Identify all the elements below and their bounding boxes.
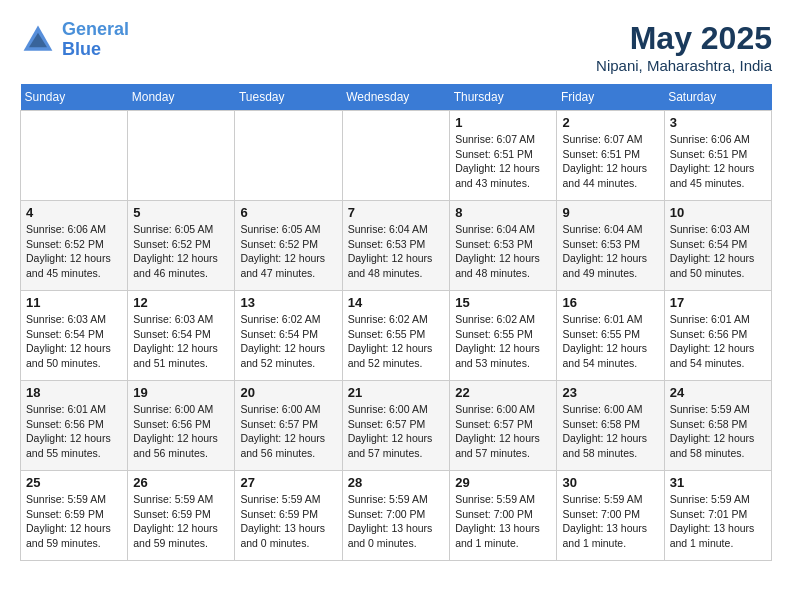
day-cell: 10Sunrise: 6:03 AM Sunset: 6:54 PM Dayli…	[664, 201, 771, 291]
weekday-header-thursday: Thursday	[450, 84, 557, 111]
day-number: 22	[455, 385, 551, 400]
page-header: General Blue May 2025 Nipani, Maharashtr…	[20, 20, 772, 74]
day-number: 20	[240, 385, 336, 400]
day-number: 12	[133, 295, 229, 310]
day-cell: 19Sunrise: 6:00 AM Sunset: 6:56 PM Dayli…	[128, 381, 235, 471]
day-info: Sunrise: 6:01 AM Sunset: 6:55 PM Dayligh…	[562, 312, 658, 371]
day-cell: 31Sunrise: 5:59 AM Sunset: 7:01 PM Dayli…	[664, 471, 771, 561]
day-number: 8	[455, 205, 551, 220]
day-number: 7	[348, 205, 444, 220]
day-cell	[342, 111, 449, 201]
day-cell: 12Sunrise: 6:03 AM Sunset: 6:54 PM Dayli…	[128, 291, 235, 381]
day-info: Sunrise: 5:59 AM Sunset: 7:00 PM Dayligh…	[348, 492, 444, 551]
day-cell	[21, 111, 128, 201]
day-info: Sunrise: 5:59 AM Sunset: 6:59 PM Dayligh…	[133, 492, 229, 551]
day-info: Sunrise: 6:00 AM Sunset: 6:56 PM Dayligh…	[133, 402, 229, 461]
day-cell: 26Sunrise: 5:59 AM Sunset: 6:59 PM Dayli…	[128, 471, 235, 561]
weekday-header-saturday: Saturday	[664, 84, 771, 111]
day-number: 16	[562, 295, 658, 310]
day-number: 5	[133, 205, 229, 220]
day-number: 2	[562, 115, 658, 130]
day-number: 6	[240, 205, 336, 220]
day-cell: 2Sunrise: 6:07 AM Sunset: 6:51 PM Daylig…	[557, 111, 664, 201]
day-number: 29	[455, 475, 551, 490]
weekday-header-friday: Friday	[557, 84, 664, 111]
weekday-header-row: SundayMondayTuesdayWednesdayThursdayFrid…	[21, 84, 772, 111]
week-row-5: 25Sunrise: 5:59 AM Sunset: 6:59 PM Dayli…	[21, 471, 772, 561]
day-info: Sunrise: 6:06 AM Sunset: 6:51 PM Dayligh…	[670, 132, 766, 191]
week-row-3: 11Sunrise: 6:03 AM Sunset: 6:54 PM Dayli…	[21, 291, 772, 381]
day-number: 1	[455, 115, 551, 130]
week-row-4: 18Sunrise: 6:01 AM Sunset: 6:56 PM Dayli…	[21, 381, 772, 471]
day-cell: 29Sunrise: 5:59 AM Sunset: 7:00 PM Dayli…	[450, 471, 557, 561]
day-cell: 24Sunrise: 5:59 AM Sunset: 6:58 PM Dayli…	[664, 381, 771, 471]
day-cell: 8Sunrise: 6:04 AM Sunset: 6:53 PM Daylig…	[450, 201, 557, 291]
day-cell: 4Sunrise: 6:06 AM Sunset: 6:52 PM Daylig…	[21, 201, 128, 291]
day-number: 15	[455, 295, 551, 310]
weekday-header-wednesday: Wednesday	[342, 84, 449, 111]
day-cell: 3Sunrise: 6:06 AM Sunset: 6:51 PM Daylig…	[664, 111, 771, 201]
day-number: 27	[240, 475, 336, 490]
calendar-table: SundayMondayTuesdayWednesdayThursdayFrid…	[20, 84, 772, 561]
day-info: Sunrise: 6:02 AM Sunset: 6:54 PM Dayligh…	[240, 312, 336, 371]
month-title: May 2025	[596, 20, 772, 57]
day-info: Sunrise: 6:01 AM Sunset: 6:56 PM Dayligh…	[670, 312, 766, 371]
day-cell: 28Sunrise: 5:59 AM Sunset: 7:00 PM Dayli…	[342, 471, 449, 561]
day-number: 25	[26, 475, 122, 490]
location: Nipani, Maharashtra, India	[596, 57, 772, 74]
day-cell: 20Sunrise: 6:00 AM Sunset: 6:57 PM Dayli…	[235, 381, 342, 471]
week-row-1: 1Sunrise: 6:07 AM Sunset: 6:51 PM Daylig…	[21, 111, 772, 201]
day-number: 28	[348, 475, 444, 490]
day-info: Sunrise: 6:05 AM Sunset: 6:52 PM Dayligh…	[133, 222, 229, 281]
day-number: 31	[670, 475, 766, 490]
day-cell: 22Sunrise: 6:00 AM Sunset: 6:57 PM Dayli…	[450, 381, 557, 471]
day-cell: 30Sunrise: 5:59 AM Sunset: 7:00 PM Dayli…	[557, 471, 664, 561]
day-info: Sunrise: 6:03 AM Sunset: 6:54 PM Dayligh…	[133, 312, 229, 371]
day-info: Sunrise: 6:05 AM Sunset: 6:52 PM Dayligh…	[240, 222, 336, 281]
day-number: 30	[562, 475, 658, 490]
day-info: Sunrise: 6:03 AM Sunset: 6:54 PM Dayligh…	[670, 222, 766, 281]
day-cell: 6Sunrise: 6:05 AM Sunset: 6:52 PM Daylig…	[235, 201, 342, 291]
day-number: 4	[26, 205, 122, 220]
day-number: 11	[26, 295, 122, 310]
week-row-2: 4Sunrise: 6:06 AM Sunset: 6:52 PM Daylig…	[21, 201, 772, 291]
day-cell: 15Sunrise: 6:02 AM Sunset: 6:55 PM Dayli…	[450, 291, 557, 381]
day-cell: 18Sunrise: 6:01 AM Sunset: 6:56 PM Dayli…	[21, 381, 128, 471]
day-number: 21	[348, 385, 444, 400]
day-cell: 9Sunrise: 6:04 AM Sunset: 6:53 PM Daylig…	[557, 201, 664, 291]
weekday-header-monday: Monday	[128, 84, 235, 111]
day-number: 23	[562, 385, 658, 400]
day-cell: 21Sunrise: 6:00 AM Sunset: 6:57 PM Dayli…	[342, 381, 449, 471]
day-info: Sunrise: 6:00 AM Sunset: 6:57 PM Dayligh…	[348, 402, 444, 461]
logo-text: General Blue	[62, 20, 129, 60]
day-number: 10	[670, 205, 766, 220]
day-info: Sunrise: 6:02 AM Sunset: 6:55 PM Dayligh…	[455, 312, 551, 371]
weekday-header-sunday: Sunday	[21, 84, 128, 111]
day-cell: 5Sunrise: 6:05 AM Sunset: 6:52 PM Daylig…	[128, 201, 235, 291]
day-info: Sunrise: 5:59 AM Sunset: 7:00 PM Dayligh…	[562, 492, 658, 551]
day-number: 3	[670, 115, 766, 130]
day-info: Sunrise: 6:06 AM Sunset: 6:52 PM Dayligh…	[26, 222, 122, 281]
day-info: Sunrise: 5:59 AM Sunset: 7:00 PM Dayligh…	[455, 492, 551, 551]
day-info: Sunrise: 6:04 AM Sunset: 6:53 PM Dayligh…	[348, 222, 444, 281]
day-cell: 1Sunrise: 6:07 AM Sunset: 6:51 PM Daylig…	[450, 111, 557, 201]
day-cell: 17Sunrise: 6:01 AM Sunset: 6:56 PM Dayli…	[664, 291, 771, 381]
day-info: Sunrise: 6:02 AM Sunset: 6:55 PM Dayligh…	[348, 312, 444, 371]
day-cell: 14Sunrise: 6:02 AM Sunset: 6:55 PM Dayli…	[342, 291, 449, 381]
day-number: 24	[670, 385, 766, 400]
day-cell: 27Sunrise: 5:59 AM Sunset: 6:59 PM Dayli…	[235, 471, 342, 561]
day-info: Sunrise: 5:59 AM Sunset: 6:59 PM Dayligh…	[240, 492, 336, 551]
day-info: Sunrise: 6:01 AM Sunset: 6:56 PM Dayligh…	[26, 402, 122, 461]
day-info: Sunrise: 6:04 AM Sunset: 6:53 PM Dayligh…	[562, 222, 658, 281]
day-info: Sunrise: 5:59 AM Sunset: 6:59 PM Dayligh…	[26, 492, 122, 551]
day-number: 26	[133, 475, 229, 490]
day-number: 9	[562, 205, 658, 220]
day-cell: 16Sunrise: 6:01 AM Sunset: 6:55 PM Dayli…	[557, 291, 664, 381]
day-number: 18	[26, 385, 122, 400]
day-cell: 13Sunrise: 6:02 AM Sunset: 6:54 PM Dayli…	[235, 291, 342, 381]
day-cell: 25Sunrise: 5:59 AM Sunset: 6:59 PM Dayli…	[21, 471, 128, 561]
day-cell: 11Sunrise: 6:03 AM Sunset: 6:54 PM Dayli…	[21, 291, 128, 381]
day-cell	[128, 111, 235, 201]
day-number: 19	[133, 385, 229, 400]
day-number: 13	[240, 295, 336, 310]
